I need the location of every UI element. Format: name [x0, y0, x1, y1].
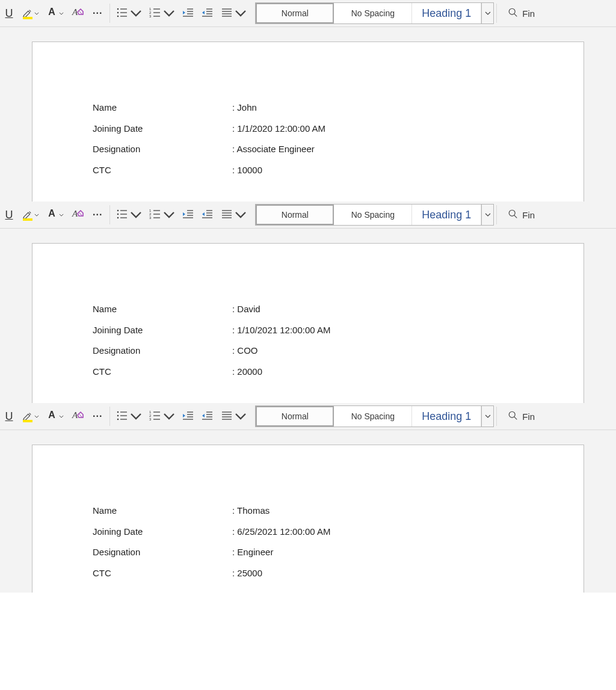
- toolbar-divider: [109, 407, 110, 426]
- font-color-icon: A: [46, 411, 57, 422]
- editor-strip: U A A ··· 123 No: [0, 0, 616, 202]
- chevron-down-icon: [485, 213, 491, 217]
- record-row-name: Name : John: [93, 101, 523, 115]
- field-value-ctc: : 10000: [232, 164, 523, 177]
- numbered-list-button[interactable]: 123: [146, 0, 179, 26]
- numbered-list-icon: 123: [149, 7, 161, 20]
- style-no-spacing[interactable]: No Spacing: [334, 3, 412, 23]
- field-label-name: Name: [93, 504, 232, 518]
- font-color-button[interactable]: A: [43, 0, 67, 26]
- style-normal[interactable]: Normal: [256, 406, 334, 427]
- record-row-designation: Designation : COO: [93, 344, 523, 358]
- bullet-list-button[interactable]: [112, 202, 146, 228]
- field-label-joining-date: Joining Date: [93, 525, 232, 539]
- underline-button[interactable]: U: [0, 403, 18, 430]
- field-label-designation: Designation: [93, 344, 232, 358]
- highlight-swatch: [23, 17, 32, 19]
- style-heading-1[interactable]: Heading 1: [412, 205, 481, 225]
- style-normal[interactable]: Normal: [256, 205, 334, 225]
- alignment-button[interactable]: [217, 0, 250, 26]
- find-button[interactable]: Fin: [508, 7, 535, 20]
- field-value-name: : John: [232, 101, 523, 115]
- decrease-indent-icon: [182, 7, 194, 20]
- style-gallery-dropdown[interactable]: [481, 205, 493, 225]
- font-overflow-button[interactable]: ···: [88, 202, 107, 228]
- style-no-spacing[interactable]: No Spacing: [334, 205, 412, 225]
- alignment-button[interactable]: [217, 202, 250, 228]
- increase-indent-button[interactable]: [198, 202, 217, 228]
- underline-icon: U: [4, 410, 14, 423]
- find-label: Fin: [522, 8, 535, 19]
- svg-point-79: [510, 411, 516, 417]
- style-gallery: Normal No Spacing Heading 1: [255, 405, 494, 427]
- svg-point-32: [117, 217, 119, 218]
- clear-formatting-button[interactable]: A: [67, 202, 88, 228]
- clear-formatting-icon: A: [71, 409, 84, 424]
- underline-button[interactable]: U: [0, 0, 18, 26]
- field-value-ctc: : 20000: [232, 365, 523, 379]
- clear-formatting-button[interactable]: A: [67, 0, 88, 26]
- svg-point-59: [117, 418, 119, 420]
- record-row-ctc: CTC : 25000: [93, 567, 523, 581]
- numbered-list-button[interactable]: 123: [146, 202, 179, 228]
- chevron-down-icon: [59, 12, 64, 15]
- style-gallery-dropdown[interactable]: [481, 3, 493, 23]
- document-page[interactable]: Name : John Joining Date : 1/1/2020 12:0…: [32, 42, 584, 209]
- alignment-button[interactable]: [217, 403, 250, 430]
- document-page[interactable]: Name : David Joining Date : 1/10/2021 12…: [32, 243, 584, 410]
- decrease-indent-button[interactable]: [179, 403, 198, 430]
- editor-strip: U A A ··· 123 No: [0, 202, 616, 403]
- font-color-button[interactable]: A: [43, 403, 67, 430]
- increase-indent-button[interactable]: [198, 0, 217, 26]
- field-label-ctc: CTC: [93, 567, 232, 581]
- justify-icon: [221, 208, 233, 222]
- numbered-list-button[interactable]: 123: [146, 403, 179, 430]
- svg-point-30: [117, 213, 119, 215]
- bullet-list-icon: [116, 208, 128, 222]
- find-button[interactable]: Fin: [508, 209, 535, 221]
- chevron-down-icon: [163, 410, 175, 422]
- find-button[interactable]: Fin: [508, 410, 535, 423]
- field-label-ctc: CTC: [93, 164, 232, 177]
- document-viewport[interactable]: Name : John Joining Date : 1/1/2020 12:0…: [0, 27, 616, 202]
- svg-line-53: [514, 215, 517, 218]
- svg-point-52: [510, 210, 516, 216]
- svg-point-57: [117, 414, 119, 416]
- toolbar-divider: [496, 205, 497, 224]
- document-viewport[interactable]: Name : Thomas Joining Date : 6/25/2021 1…: [0, 430, 616, 593]
- bullet-list-button[interactable]: [112, 0, 146, 26]
- highlight-color-button[interactable]: [18, 202, 43, 228]
- style-gallery-dropdown[interactable]: [481, 406, 493, 427]
- font-overflow-button[interactable]: ···: [88, 403, 107, 430]
- chevron-down-icon: [59, 214, 64, 217]
- highlight-color-button[interactable]: [18, 403, 43, 430]
- bullet-list-icon: [116, 7, 128, 20]
- search-icon: [508, 7, 522, 20]
- record-row-name: Name : Thomas: [93, 504, 523, 518]
- highlight-color-button[interactable]: [18, 0, 43, 26]
- decrease-indent-icon: [182, 410, 194, 424]
- formatting-toolbar: U A A ··· 123 No: [0, 403, 616, 430]
- underline-button[interactable]: U: [0, 202, 18, 228]
- decrease-indent-button[interactable]: [179, 202, 198, 228]
- font-color-button[interactable]: A: [43, 202, 67, 228]
- formatting-toolbar: U A A ··· 123 No: [0, 0, 616, 27]
- style-heading-1[interactable]: Heading 1: [412, 3, 481, 23]
- increase-indent-button[interactable]: [198, 403, 217, 430]
- style-no-spacing[interactable]: No Spacing: [334, 406, 412, 427]
- clear-formatting-button[interactable]: A: [67, 403, 88, 430]
- increase-indent-icon: [202, 208, 214, 222]
- style-heading-1[interactable]: Heading 1: [412, 406, 481, 427]
- field-value-name: : David: [232, 303, 523, 316]
- field-value-joining-date: : 1/10/2021 12:00:00 AM: [232, 324, 523, 337]
- bullet-list-button[interactable]: [112, 403, 146, 430]
- font-color-icon: A: [46, 209, 57, 220]
- font-overflow-button[interactable]: ···: [88, 0, 107, 26]
- svg-line-80: [514, 416, 517, 419]
- style-normal[interactable]: Normal: [256, 3, 334, 23]
- decrease-indent-button[interactable]: [179, 0, 198, 26]
- style-gallery: Normal No Spacing Heading 1: [255, 204, 494, 226]
- bullet-list-icon: [116, 410, 128, 424]
- document-page[interactable]: Name : Thomas Joining Date : 6/25/2021 1…: [32, 445, 584, 593]
- document-viewport[interactable]: Name : David Joining Date : 1/10/2021 12…: [0, 229, 616, 403]
